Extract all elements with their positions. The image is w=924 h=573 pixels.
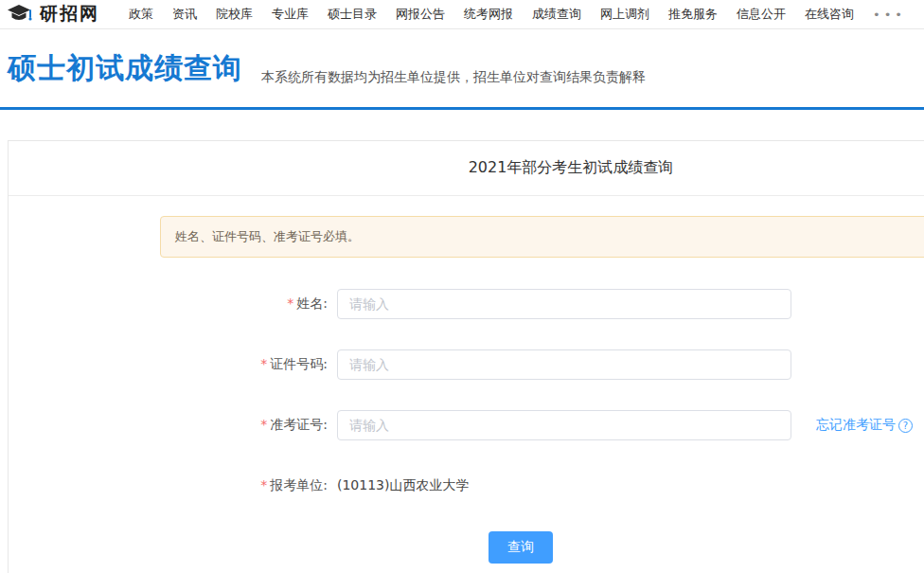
form-row-submit: 查询	[160, 531, 924, 564]
id-number-label-text: 证件号码:	[270, 356, 328, 371]
nav-item-online-adjustment[interactable]: 网上调剂	[600, 6, 649, 23]
nav-item-news[interactable]: 资讯	[172, 6, 197, 23]
name-field-label: *姓名:	[160, 295, 337, 313]
target-unit-value: (10113)山西农业大学	[337, 477, 469, 494]
nav-item-registration-announcement[interactable]: 网报公告	[396, 6, 445, 23]
nav-item-info-disclosure[interactable]: 信息公开	[737, 6, 786, 23]
query-form: *姓名: *证件号码: *准考证号: 忘记准考证号? *报考单位: (10113…	[9, 289, 924, 564]
page-header: 硕士初试成绩查询 本系统所有数据均为招生单位提供，招生单位对查询结果负责解释	[0, 29, 924, 107]
card-title: 2021年部分考生初试成绩查询	[469, 158, 674, 178]
logo[interactable]: 研招网	[8, 2, 119, 27]
nav-item-college-library[interactable]: 院校库	[216, 6, 253, 23]
nav-item-online-consult[interactable]: 在线咨询	[805, 6, 854, 23]
required-mark: *	[260, 477, 267, 492]
form-row-id-number: *证件号码:	[160, 349, 924, 380]
name-input[interactable]	[337, 289, 791, 319]
nav-more-button[interactable]: •••	[873, 8, 906, 22]
nav-item-policy[interactable]: 政策	[129, 6, 153, 23]
id-number-field-label: *证件号码:	[160, 356, 337, 373]
required-mark: *	[260, 356, 267, 371]
nav-item-exemption-service[interactable]: 推免服务	[668, 6, 718, 23]
query-button[interactable]: 查询	[489, 531, 553, 564]
header-divider	[0, 107, 924, 110]
nav-item-major-library[interactable]: 专业库	[272, 6, 309, 23]
nav-item-unified-exam-registration[interactable]: 统考网报	[464, 6, 513, 23]
id-number-input[interactable]	[337, 349, 791, 380]
graduation-cap-icon	[8, 4, 33, 25]
nav-links: 政策 资讯 院校库 专业库 硕士目录 网报公告 统考网报 成绩查询 网上调剂 推…	[129, 6, 906, 23]
score-query-card: 2021年部分考生初试成绩查询 姓名、证件号码、准考证号必填。 *姓名: *证件…	[8, 140, 924, 573]
top-navigation: 研招网 政策 资讯 院校库 专业库 硕士目录 网报公告 统考网报 成绩查询 网上…	[0, 0, 924, 29]
nav-item-score-query[interactable]: 成绩查询	[532, 6, 581, 23]
required-mark: *	[260, 417, 267, 432]
form-row-ticket-number: *准考证号: 忘记准考证号?	[160, 410, 924, 440]
name-label-text: 姓名:	[296, 295, 328, 311]
forgot-ticket-link-text: 忘记准考证号	[816, 417, 896, 434]
required-fields-notice: 姓名、证件号码、准考证号必填。	[160, 216, 924, 258]
target-unit-field-label: *报考单位:	[160, 477, 337, 494]
form-row-target-unit: *报考单位: (10113)山西农业大学	[160, 471, 924, 501]
card-title-row: 2021年部分考生初试成绩查询	[9, 141, 924, 196]
required-mark: *	[287, 295, 293, 311]
forgot-ticket-link[interactable]: 忘记准考证号?	[816, 417, 913, 434]
form-row-name: *姓名:	[160, 289, 924, 319]
target-unit-label-text: 报考单位:	[270, 477, 328, 492]
ticket-number-label-text: 准考证号:	[270, 417, 328, 432]
ticket-number-field-label: *准考证号:	[160, 417, 337, 434]
logo-text: 研招网	[40, 2, 99, 27]
nav-item-master-catalog[interactable]: 硕士目录	[328, 6, 377, 23]
page-title: 硕士初试成绩查询	[8, 49, 242, 88]
help-icon[interactable]: ?	[898, 419, 913, 433]
page-subtitle: 本系统所有数据均为招生单位提供，招生单位对查询结果负责解释	[261, 69, 646, 86]
ticket-number-input[interactable]	[337, 410, 791, 440]
